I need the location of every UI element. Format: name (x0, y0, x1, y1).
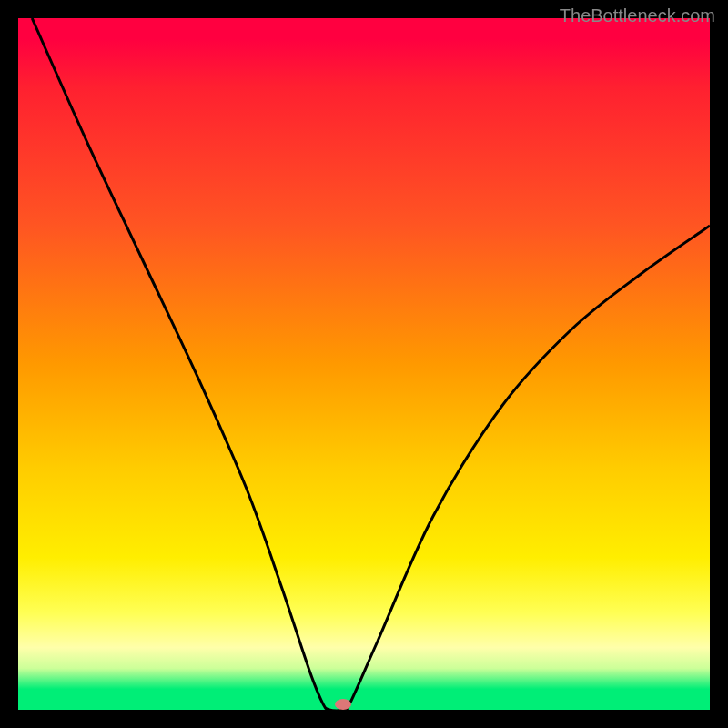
watermark-text: TheBottleneck.com (560, 5, 715, 26)
bottleneck-curve (32, 18, 710, 710)
optimum-marker (335, 699, 351, 710)
plot-area (18, 18, 710, 710)
curve-svg (18, 18, 710, 710)
